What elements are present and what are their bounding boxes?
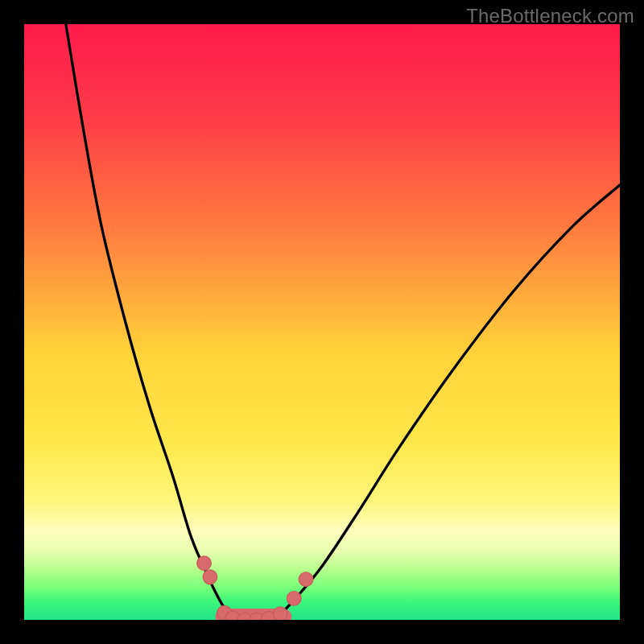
- plot-area: [24, 24, 620, 620]
- series-right-curve: [275, 185, 620, 620]
- series-left-curve: [66, 24, 233, 620]
- marker-8: [287, 591, 301, 605]
- marker-1: [203, 570, 217, 584]
- chart-frame: TheBottleneck.com: [0, 0, 644, 644]
- curve-layer: [24, 24, 620, 620]
- marker-0: [197, 556, 212, 571]
- marker-7: [273, 607, 287, 620]
- marker-9: [299, 572, 313, 587]
